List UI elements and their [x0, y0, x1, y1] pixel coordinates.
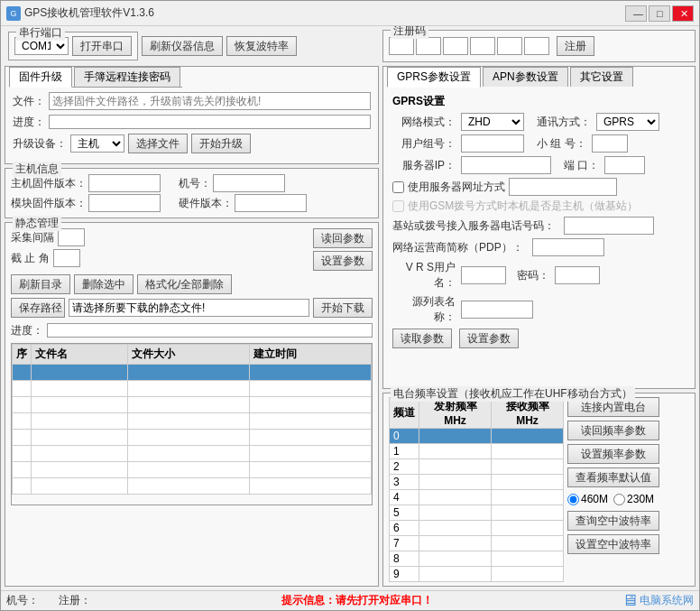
- table-row[interactable]: [13, 446, 32, 462]
- freq-row-3-tx[interactable]: [419, 475, 492, 490]
- firmware-version-input[interactable]: [88, 174, 161, 192]
- freq-row-2-rx[interactable]: [492, 459, 564, 475]
- freq-row-8-ch[interactable]: 8: [390, 551, 419, 567]
- table-row[interactable]: [13, 478, 32, 495]
- freq-row-0-rx[interactable]: [492, 429, 564, 444]
- freq-row-0-ch[interactable]: 0: [390, 429, 419, 444]
- select-file-button[interactable]: 选择文件: [128, 134, 188, 153]
- use-gsm-checkbox[interactable]: [392, 200, 404, 212]
- freq-row-4-ch[interactable]: 4: [390, 490, 419, 505]
- interval-input[interactable]: 1: [58, 228, 85, 246]
- tab-apn[interactable]: APN参数设置: [483, 67, 568, 87]
- table-row[interactable]: [13, 462, 32, 478]
- reg-code-input-2[interactable]: [416, 37, 441, 55]
- table-row[interactable]: [13, 381, 32, 397]
- close-button[interactable]: ✕: [672, 5, 694, 22]
- tab-remote[interactable]: 手簿远程连接密码: [74, 67, 180, 87]
- table-row[interactable]: [249, 365, 371, 381]
- table-row[interactable]: [13, 365, 32, 381]
- freq-row-2-ch[interactable]: 2: [390, 459, 419, 475]
- freq-row-7-rx[interactable]: [492, 536, 564, 551]
- device-select[interactable]: 主机 模块: [70, 134, 124, 153]
- freq-row-9-tx[interactable]: [419, 567, 492, 582]
- reg-code-input-1[interactable]: [389, 37, 414, 55]
- freq-row-1-ch[interactable]: 1: [390, 444, 419, 459]
- freq-row-7-tx[interactable]: [419, 536, 492, 551]
- table-row[interactable]: [13, 397, 32, 413]
- user-group-input[interactable]: 0020001: [461, 134, 524, 153]
- source-list-input[interactable]: RTCM: [461, 301, 533, 319]
- check-air-baud-button[interactable]: 查询空中波特率: [567, 511, 659, 531]
- tab-gprs[interactable]: GPRS参数设置: [387, 67, 481, 88]
- freq-row-5-ch[interactable]: 5: [390, 505, 419, 521]
- save-path-button[interactable]: 保存路径: [11, 298, 65, 318]
- freq-row-6-rx[interactable]: [492, 521, 564, 536]
- table-row[interactable]: [13, 430, 32, 446]
- gprs-set-params-button[interactable]: 设置参数: [459, 329, 519, 348]
- use-server-url-checkbox[interactable]: [392, 181, 404, 193]
- refresh-info-button[interactable]: 刷新仪器信息: [142, 36, 223, 56]
- set-air-baud-button[interactable]: 设置空中波特率: [567, 534, 659, 554]
- phone-input[interactable]: 1234567890: [564, 217, 654, 235]
- freq-row-8-tx[interactable]: [419, 551, 492, 567]
- freq-row-8-rx[interactable]: [492, 551, 564, 567]
- port-input[interactable]: 9000: [604, 156, 645, 174]
- freq-row-1-rx[interactable]: [492, 444, 564, 459]
- start-upgrade-button[interactable]: 开始升级: [191, 134, 251, 153]
- freq-row-2-tx[interactable]: [419, 459, 492, 475]
- comm-method-select[interactable]: GPRS 4G: [596, 113, 659, 131]
- hardware-version-input[interactable]: [235, 194, 307, 212]
- radio-230m[interactable]: [613, 494, 625, 505]
- freq-row-7-ch[interactable]: 7: [390, 536, 419, 551]
- freq-row-9-ch[interactable]: 9: [390, 567, 419, 582]
- vrs-pass-input[interactable]: 321: [555, 266, 600, 284]
- table-row[interactable]: [127, 365, 249, 381]
- table-row[interactable]: [13, 413, 32, 430]
- table-row[interactable]: [32, 365, 128, 381]
- set-freq-button[interactable]: 设置频率参数: [567, 444, 659, 464]
- freq-row-4-rx[interactable]: [492, 490, 564, 505]
- read-params-button[interactable]: 读回参数: [313, 228, 373, 248]
- freq-row-5-rx[interactable]: [492, 505, 564, 521]
- module-version-input[interactable]: [88, 194, 161, 212]
- save-path-input[interactable]: [69, 299, 309, 317]
- server-ip-input[interactable]: 202.96.185.34: [461, 156, 551, 174]
- group-num-input[interactable]: 001: [592, 134, 628, 153]
- gprs-read-params-button[interactable]: 读取参数: [392, 329, 452, 348]
- network-mode-select[interactable]: ZHD CORS 自定义: [461, 113, 524, 131]
- freq-row-5-tx[interactable]: [419, 505, 492, 521]
- start-download-button[interactable]: 开始下载: [313, 298, 373, 318]
- serial-number-input[interactable]: [213, 174, 285, 192]
- reg-code-input-5[interactable]: [497, 37, 522, 55]
- cutoff-input[interactable]: 12: [53, 249, 80, 267]
- register-button[interactable]: 注册: [557, 36, 594, 56]
- reg-code-input-6[interactable]: [524, 37, 549, 55]
- pdp-input[interactable]: CMNET: [532, 238, 604, 256]
- open-port-button[interactable]: 打开串口: [72, 36, 132, 56]
- vrs-user-input[interactable]: 123: [461, 266, 506, 284]
- reg-code-input-3[interactable]: [443, 37, 468, 55]
- restore-baud-button[interactable]: 恢复波特率: [226, 36, 297, 56]
- freq-row-0-tx[interactable]: [419, 429, 492, 444]
- maximize-button[interactable]: □: [649, 5, 670, 22]
- read-freq-button[interactable]: 读回频率参数: [567, 421, 659, 440]
- reg-code-input-4[interactable]: [470, 37, 495, 55]
- freq-row-6-ch[interactable]: 6: [390, 521, 419, 536]
- freq-row-3-ch[interactable]: 3: [390, 475, 419, 490]
- tab-firmware[interactable]: 固件升级: [9, 67, 72, 88]
- format-all-button[interactable]: 格式化/全部删除: [137, 274, 232, 294]
- radio-460m[interactable]: [567, 494, 579, 505]
- firmware-file-input[interactable]: [49, 92, 371, 110]
- freq-row-4-tx[interactable]: [419, 490, 492, 505]
- freq-row-9-rx[interactable]: [492, 567, 564, 582]
- freq-row-3-rx[interactable]: [492, 475, 564, 490]
- server-url-input[interactable]: hd-cors.gicp.net: [509, 178, 617, 196]
- refresh-dir-button[interactable]: 刷新目录: [11, 274, 70, 294]
- view-default-button[interactable]: 查看频率默认值: [567, 468, 659, 487]
- tab-other[interactable]: 其它设置: [570, 67, 633, 87]
- freq-row-1-tx[interactable]: [419, 444, 492, 459]
- set-params-button[interactable]: 设置参数: [313, 251, 373, 271]
- minimize-button[interactable]: —: [625, 5, 647, 22]
- delete-selected-button[interactable]: 删除选中: [74, 274, 134, 294]
- freq-row-6-tx[interactable]: [419, 521, 492, 536]
